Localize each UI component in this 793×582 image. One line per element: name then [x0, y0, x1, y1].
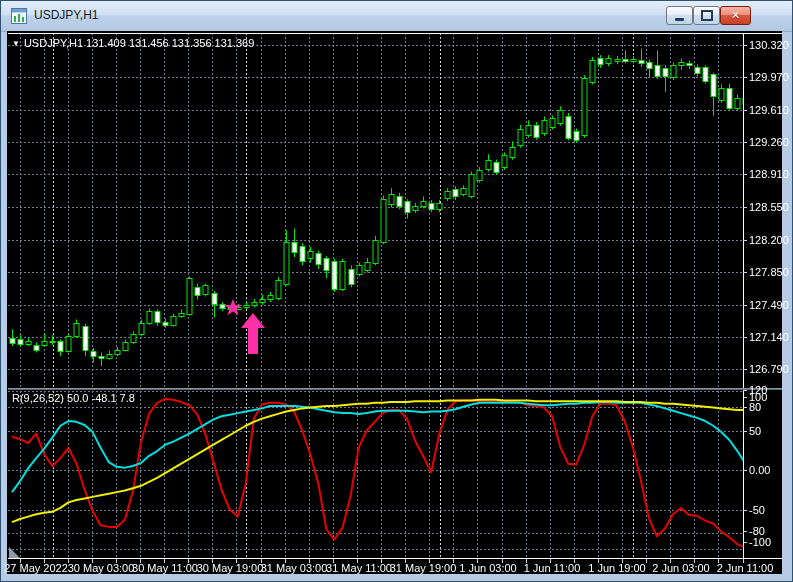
price-axis-label: 127.490	[749, 299, 789, 311]
price-axis[interactable]: 130.320129.970129.610129.260128.910128.5…	[743, 31, 782, 574]
time-axis-label: 1 Jun 11:00	[524, 562, 581, 574]
price-axis-label: 126.790	[749, 363, 789, 375]
buy-signal-star-marker[interactable]	[223, 298, 243, 318]
price-axis-label-tick	[743, 207, 747, 208]
indicator-axis-label-tick	[743, 470, 747, 471]
restore-icon	[701, 10, 713, 21]
price-axis-label-tick	[743, 337, 747, 338]
time-axis-label: 27 May 2022	[4, 562, 68, 574]
buy-signal-arrow-marker[interactable]	[241, 313, 265, 355]
price-axis-label-tick	[743, 305, 747, 306]
indicator-pane-grip	[9, 547, 20, 558]
price-axis-label: 129.260	[749, 136, 789, 148]
price-axis-label: 129.610	[749, 104, 789, 116]
price-axis-label: 130.320	[749, 39, 789, 51]
time-axis-label: 31 May 11:00	[326, 562, 392, 574]
indicator-axis-label: 50	[749, 425, 761, 437]
close-icon: ✕	[731, 9, 740, 22]
time-axis-label: 31 May 03:00	[261, 562, 328, 574]
pane-splitter[interactable]	[8, 388, 782, 390]
price-axis-label: 129.970	[749, 71, 789, 83]
close-value: 131.369	[215, 37, 255, 49]
symbol-timeframe-label: USDJPY,H1	[24, 37, 83, 49]
price-axis-label-tick	[743, 272, 747, 273]
time-axis-label: 1 Jun 03:00	[459, 562, 517, 574]
indicator-axis-label-tick	[743, 431, 747, 432]
price-axis-label-tick	[743, 240, 747, 241]
indicator-axis-label-tick	[743, 407, 747, 408]
time-axis-label: 30 May 03:00	[68, 562, 135, 574]
time-axis-label: 2 Jun 11:00	[717, 562, 774, 574]
indicator-pane-bottom-border	[8, 558, 782, 559]
indicator-axis-label-tick	[743, 531, 747, 532]
price-axis-label: 127.140	[749, 331, 789, 343]
time-axis-label: 30 May 11:00	[132, 562, 198, 574]
low-value: 131.356	[172, 37, 212, 49]
ohlc-quote-label: ▼USDJPY,H1 131.409 131.456 131.356 131.3…	[12, 37, 254, 49]
price-axis-label-tick	[743, 369, 747, 370]
price-chart-canvas[interactable]	[8, 33, 743, 388]
window-title: USDJPY,H1	[34, 8, 98, 22]
indicator-chart-canvas[interactable]	[8, 391, 743, 558]
indicator-axis-label: -50	[749, 504, 765, 516]
restore-button[interactable]	[693, 6, 720, 25]
open-value: 131.409	[86, 37, 126, 49]
title-bar[interactable]: USDJPY,H1 ✕	[1, 1, 793, 32]
minimize-button[interactable]	[666, 6, 693, 25]
price-axis-label: 128.550	[749, 201, 789, 213]
chevron-down-icon[interactable]: ▼	[12, 39, 20, 48]
price-axis-label: 127.850	[749, 266, 789, 278]
indicator-axis-label-tick	[743, 542, 747, 543]
price-axis-label-tick	[743, 174, 747, 175]
indicator-axis-label-tick	[743, 397, 747, 398]
chart-window-icon	[11, 8, 27, 24]
close-button[interactable]: ✕	[720, 6, 751, 25]
price-axis-label: 128.910	[749, 168, 789, 180]
price-axis-label-tick	[743, 110, 747, 111]
indicator-axis-label-tick	[743, 510, 747, 511]
price-axis-label-tick	[743, 77, 747, 78]
indicator-axis-label: 80	[749, 401, 761, 413]
price-axis-label: 128.200	[749, 234, 789, 246]
time-axis-label: 1 Jun 19:00	[588, 562, 646, 574]
time-axis-tick	[646, 559, 647, 563]
price-axis-label-tick	[743, 45, 747, 46]
indicator-name-label: R(9,26,52) 50.0 -48.1 7.8	[12, 392, 135, 404]
time-axis-label: 31 May 19:00	[390, 562, 457, 574]
indicator-axis-label: -100	[749, 536, 771, 548]
indicator-axis-label-tick	[743, 390, 747, 391]
time-axis-label: 2 Jun 03:00	[652, 562, 710, 574]
price-axis-label-tick	[743, 142, 747, 143]
chart-window: USDJPY,H1 ✕ ▼USDJPY,H1 131.409 131.456 1…	[0, 0, 793, 582]
price-pane-top-border	[8, 33, 782, 34]
high-value: 131.456	[129, 37, 169, 49]
minimize-icon	[675, 18, 684, 21]
indicator-axis-label: 0.00	[749, 464, 770, 476]
time-axis-label: 30 May 19:00	[197, 562, 264, 574]
